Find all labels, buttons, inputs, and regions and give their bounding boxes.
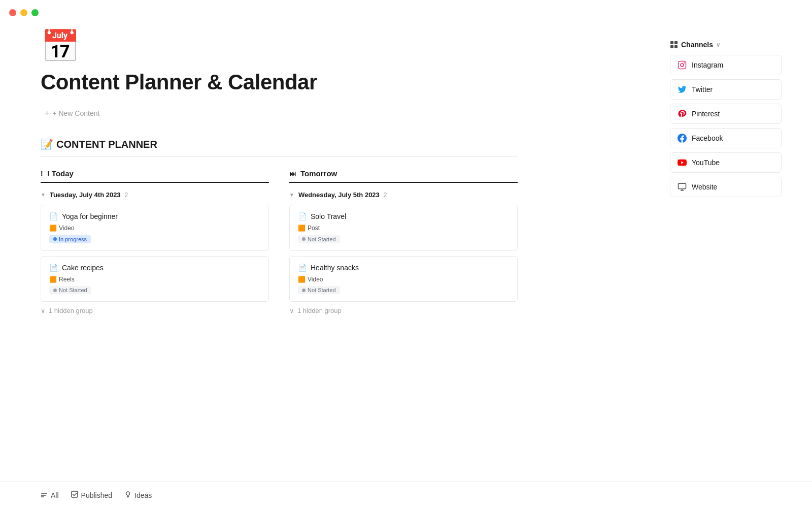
filter-ideas[interactable]: Ideas <box>124 491 152 499</box>
svg-rect-7 <box>679 183 686 189</box>
channels-header[interactable]: Channels ∨ <box>670 41 782 49</box>
minimize-button[interactable] <box>20 9 27 16</box>
tomorrow-tab-icon: ⏭ <box>289 170 296 178</box>
status-badge-in-progress: In progress <box>49 235 91 243</box>
channels-label: Channels <box>681 41 713 49</box>
channel-name: Pinterest <box>692 110 720 118</box>
card-title: 📄 Cake recipes <box>49 264 260 272</box>
card-healthy-snacks[interactable]: 📄 Healthy snacks 🟧 Video Not Started <box>289 256 518 302</box>
svg-point-14 <box>126 492 130 495</box>
section-header: 📝 CONTENT PLANNER <box>41 138 518 157</box>
instagram-icon <box>678 60 687 70</box>
card-type-label: Video <box>308 276 323 283</box>
channel-twitter[interactable]: Twitter <box>670 79 782 100</box>
svg-rect-2 <box>670 45 673 48</box>
page-icon: 📅 <box>41 30 518 62</box>
hidden-group-label: 1 hidden group <box>49 307 93 314</box>
published-icon <box>71 491 78 499</box>
svg-point-6 <box>684 62 685 64</box>
svg-rect-0 <box>670 41 673 44</box>
chevron-down-icon: ▼ <box>289 192 294 198</box>
page-title: Content Planner & Calendar <box>41 70 518 94</box>
card-status: Not Started <box>298 285 509 295</box>
planner-columns: ! ! Today ▼ Tuesday, July 4th 2023 2 📄 Y… <box>41 169 518 314</box>
chevron-down-icon: ∨ <box>289 307 294 314</box>
card-title: 📄 Yoga for beginner <box>49 212 260 220</box>
tomorrow-date-header: ▼ Wednesday, July 5th 2023 2 <box>289 191 518 199</box>
tomorrow-tab[interactable]: ⏭ Tomorrow <box>289 169 518 183</box>
card-title: 📄 Solo Travel <box>298 212 509 220</box>
pinterest-icon <box>678 109 687 118</box>
card-status: Not Started <box>49 285 260 295</box>
filter-published-label: Published <box>81 491 113 499</box>
today-tab-icon: ! <box>41 170 43 178</box>
status-badge-not-started: Not Started <box>298 286 340 294</box>
document-icon: 📄 <box>298 212 307 220</box>
status-label: Not Started <box>308 236 336 242</box>
status-label: Not Started <box>308 287 336 293</box>
section-emoji: 📝 <box>41 138 53 150</box>
today-tab[interactable]: ! ! Today <box>41 169 269 183</box>
channel-facebook[interactable]: Facebook <box>670 128 782 148</box>
channel-name: Instagram <box>692 61 723 69</box>
main-content: 📅 Content Planner & Calendar + + New Con… <box>0 0 558 371</box>
tomorrow-date: Wednesday, July 5th 2023 <box>298 191 380 199</box>
channel-website[interactable]: Website <box>670 177 782 197</box>
document-icon: 📄 <box>298 264 307 272</box>
card-name: Cake recipes <box>62 264 104 272</box>
channel-youtube[interactable]: YouTube <box>670 152 782 173</box>
status-dot <box>53 289 57 292</box>
chevron-down-icon: ∨ <box>716 42 720 48</box>
svg-point-5 <box>681 64 684 67</box>
today-count: 2 <box>125 192 128 199</box>
channel-instagram[interactable]: Instagram <box>670 55 782 75</box>
youtube-icon <box>678 158 687 167</box>
channel-pinterest[interactable]: Pinterest <box>670 104 782 124</box>
card-cake-recipes[interactable]: 📄 Cake recipes 🟧 Reels Not Started <box>41 256 269 302</box>
tomorrow-count: 2 <box>384 192 387 199</box>
card-type-tag: 🟧 Post <box>298 225 509 232</box>
facebook-icon <box>678 134 687 143</box>
filter-all[interactable]: All <box>41 491 59 499</box>
close-button[interactable] <box>9 9 16 16</box>
tomorrow-hidden-group[interactable]: ∨ 1 hidden group <box>289 307 518 314</box>
status-badge-not-started: Not Started <box>49 286 91 294</box>
plus-icon: + <box>45 109 49 118</box>
card-type-tag: 🟧 Video <box>298 276 509 283</box>
status-label: In progress <box>59 236 87 242</box>
tomorrow-tab-label: Tomorrow <box>300 169 337 178</box>
svg-rect-4 <box>679 61 686 69</box>
card-status: In progress <box>49 234 260 243</box>
ideas-icon <box>124 491 131 499</box>
card-tags: 🟧 Reels Not Started <box>49 276 260 295</box>
card-solo-travel[interactable]: 📄 Solo Travel 🟧 Post Not Started <box>289 205 518 251</box>
today-hidden-group[interactable]: ∨ 1 hidden group <box>41 307 269 314</box>
card-name: Solo Travel <box>311 212 346 220</box>
card-title: 📄 Healthy snacks <box>298 264 509 272</box>
channel-name: Twitter <box>692 85 713 93</box>
document-icon: 📄 <box>49 264 58 272</box>
card-name: Healthy snacks <box>311 264 359 272</box>
new-content-button[interactable]: + + New Content <box>41 107 104 120</box>
maximize-button[interactable] <box>31 9 39 16</box>
card-tags: 🟧 Video In progress <box>49 225 260 243</box>
channels-grid-icon <box>670 41 678 49</box>
card-tags: 🟧 Post Not Started <box>298 225 509 243</box>
card-yoga-beginner[interactable]: 📄 Yoga for beginner 🟧 Video In progress <box>41 205 269 251</box>
channel-name: YouTube <box>692 158 720 167</box>
hidden-group-label: 1 hidden group <box>297 307 342 314</box>
card-type-label: Video <box>59 225 74 232</box>
filter-published[interactable]: Published <box>71 491 113 499</box>
card-type-tag: 🟧 Reels <box>49 276 260 283</box>
card-status: Not Started <box>298 234 509 243</box>
website-icon <box>678 182 687 192</box>
document-icon: 📄 <box>49 212 58 220</box>
channels-sidebar: Channels ∨ Instagram Twitter Pinteres <box>670 41 782 201</box>
channel-name: Website <box>692 183 717 191</box>
svg-rect-3 <box>674 45 678 48</box>
chevron-down-icon: ∨ <box>41 307 46 314</box>
filter-ideas-label: Ideas <box>134 491 152 499</box>
status-dot <box>302 237 306 241</box>
sort-icon <box>41 492 48 499</box>
today-tab-label: ! Today <box>47 169 74 178</box>
